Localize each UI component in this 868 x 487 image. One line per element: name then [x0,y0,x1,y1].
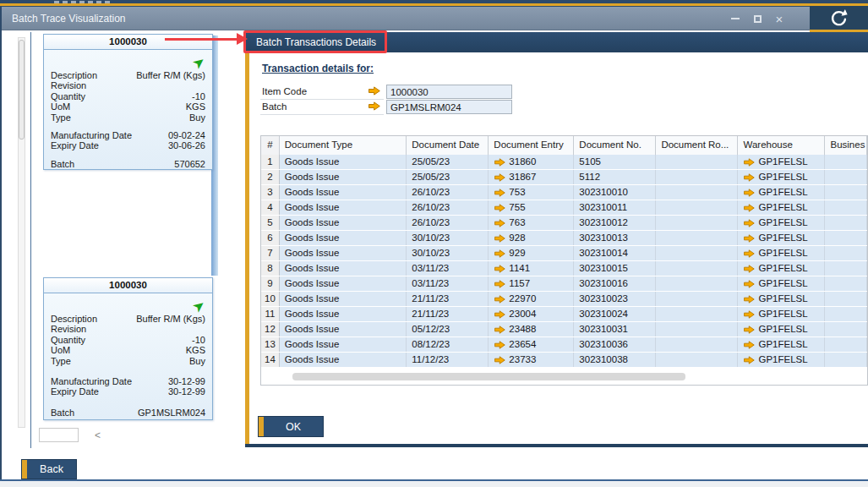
column-header[interactable]: Document Date [407,136,489,155]
table-row[interactable]: 11Goods Issue21/11/2323004302310024GP1FE… [261,307,867,322]
link-arrow-icon[interactable] [744,326,755,334]
link-arrow-icon[interactable] [494,158,505,167]
table-cell: 05/12/23 [407,322,489,337]
table-row[interactable]: 13Goods Issue08/12/2323654302310036GP1FE… [261,337,867,353]
link-arrow-icon[interactable] [494,310,505,319]
table-cell: Goods Issue [280,155,407,169]
batch-card[interactable]: 1000030 ➤ DescriptionBuffer R/M (Kgs)Rev… [43,277,213,420]
table-cell [656,322,738,337]
column-header[interactable]: Document Entry [489,136,574,155]
table-cell: 5112 [574,170,656,184]
table-row[interactable]: 3Goods Issue26/10/23753302310010GP1FELSL [261,185,867,200]
column-header[interactable]: Document Ro... [656,136,738,155]
link-arrow-icon[interactable] [494,265,505,273]
column-header[interactable]: Document Type [280,136,407,155]
close-icon[interactable]: × [772,12,786,25]
field-value: 570652 [174,159,205,169]
link-arrow-icon[interactable] [494,234,505,243]
table-row[interactable]: 4Goods Issue26/10/23755302310011GP1FELSL [261,200,867,216]
row-number-cell: 3 [261,185,280,200]
table-row[interactable]: 14Goods Issue11/12/2323733302310038GP1FE… [261,353,867,368]
link-arrow-icon[interactable] [494,295,505,304]
column-header[interactable]: # [261,136,280,155]
link-arrow-icon[interactable] [744,265,755,273]
link-arrow-icon[interactable] [744,295,755,304]
ok-button[interactable]: OK [258,416,324,437]
link-arrow-icon[interactable] [368,86,380,96]
table-row[interactable]: 12Goods Issue05/12/2323488302310031GP1FE… [261,322,867,337]
table-body: 1Goods Issue25/05/23318605105GP1FELSL2Go… [261,155,867,368]
table-cell: 23488 [489,322,574,337]
table-row[interactable]: 9Goods Issue03/11/231157302310016GP1FELS… [261,276,867,292]
maximize-icon[interactable] [751,12,764,25]
link-arrow-icon[interactable] [494,326,505,334]
column-header[interactable]: Document No. [574,136,656,155]
scrollbar-handle[interactable] [19,40,25,140]
column-header[interactable]: Busines [825,136,867,155]
link-arrow-icon[interactable] [744,280,755,288]
batch-field[interactable] [386,100,512,114]
table-row[interactable]: 1Goods Issue25/05/23318605105GP1FELSL [261,155,867,170]
table-row[interactable]: 6Goods Issue30/10/23928302310013GP1FELSL [261,231,867,246]
link-arrow-icon[interactable] [744,158,755,167]
table-cell: 302310011 [574,200,656,215]
cell-text: GP1FELSL [758,231,807,245]
link-arrow-icon[interactable] [494,219,505,227]
scroll-left-arrow-icon[interactable]: < [95,430,101,441]
back-button[interactable]: Back [21,459,77,479]
table-cell: 302310024 [574,307,656,321]
batch-card[interactable]: 1000030 ➤ DescriptionBuffer R/M (Kgs)Rev… [43,34,213,170]
table-row[interactable]: 10Goods Issue21/11/2322970302310023GP1FE… [261,292,867,307]
window-titlebar: Batch Trace Visualization × [0,7,810,30]
item-code-field[interactable] [386,85,512,99]
table-row[interactable]: 2Goods Issue25/05/23318675112GP1FELSL [261,170,867,185]
link-arrow-icon[interactable] [744,249,755,258]
table-cell [825,170,867,184]
table-cell: GP1FELSL [738,246,825,260]
cell-text: 929 [509,246,525,260]
refresh-icon[interactable] [829,8,849,31]
link-arrow-icon[interactable] [368,101,380,111]
link-arrow-icon[interactable] [744,204,755,212]
annotation-highlight-box [243,30,387,53]
table-cell: 302310036 [574,337,656,352]
left-panel-vertical-scrollbar[interactable] [18,37,25,428]
link-arrow-icon[interactable] [494,249,505,258]
link-arrow-icon[interactable] [494,356,505,364]
link-arrow-icon[interactable] [494,189,505,197]
table-cell: Goods Issue [280,276,407,291]
table-row[interactable]: 5Goods Issue26/10/23763302310012GP1FELSL [261,216,867,231]
link-arrow-icon[interactable] [494,204,505,212]
table-row[interactable]: 8Goods Issue03/11/231141302310015GP1FELS… [261,261,867,276]
link-arrow-icon[interactable] [744,173,755,182]
minimize-icon[interactable] [729,12,742,25]
link-arrow-icon[interactable] [744,234,755,243]
card-field-row: UoMKGS [51,101,205,112]
section-heading: Transaction details for: [262,63,374,74]
table-cell [656,353,738,367]
cell-text: GP1FELSL [758,276,807,291]
link-arrow-icon[interactable] [494,173,505,182]
link-arrow-icon[interactable] [744,356,755,364]
ne-arrow-icon: ➤ [190,297,208,315]
table-cell: Goods Issue [280,261,407,276]
table-cell: 23004 [489,307,574,321]
left-panel-scrollbar-corner[interactable] [39,428,79,442]
link-arrow-icon[interactable] [744,219,755,227]
link-arrow-icon[interactable] [744,189,755,197]
field-value: -10 [192,335,205,345]
table-cell: GP1FELSL [738,155,825,169]
table-cell [656,276,738,291]
link-arrow-icon[interactable] [494,280,505,288]
table-horizontal-scrollbar[interactable] [292,373,685,380]
link-arrow-icon[interactable] [744,341,755,349]
table-cell: 302310010 [574,185,656,200]
field-label: Revision [51,324,86,334]
link-arrow-icon[interactable] [744,310,755,319]
table-cell [656,170,738,184]
table-row[interactable]: 7Goods Issue30/10/23929302310014GP1FELSL [261,246,867,261]
link-arrow-icon[interactable] [494,341,505,349]
table-cell: Goods Issue [280,246,407,260]
row-number-cell: 6 [261,231,280,245]
column-header[interactable]: Warehouse [738,136,825,155]
